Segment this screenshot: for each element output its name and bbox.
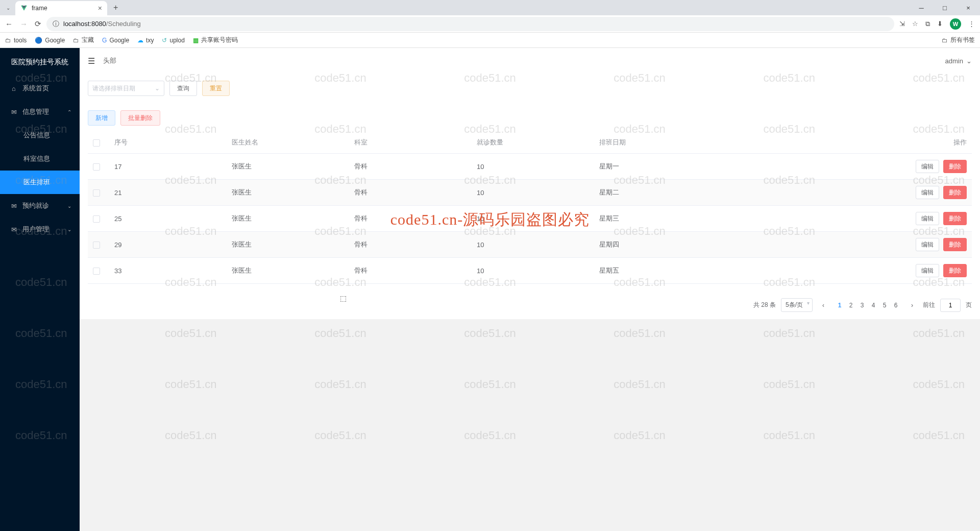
back-button[interactable]: ←: [5, 19, 13, 28]
google-icon: 🔵: [35, 37, 42, 44]
bookmark-share[interactable]: ▦共享账号密码: [193, 36, 238, 44]
cloud-icon: ☁: [137, 37, 143, 44]
reload-button[interactable]: ⟳: [35, 19, 41, 29]
url-path: /Scheduling: [106, 20, 141, 28]
browser-tab-active[interactable]: frame ×: [15, 1, 107, 15]
extensions-icon[interactable]: ⧉: [925, 20, 930, 28]
close-icon[interactable]: ×: [98, 4, 102, 12]
bookmark-uplod[interactable]: ↺uplod: [162, 37, 184, 44]
tab-history-chevron[interactable]: ⌄: [4, 5, 12, 11]
google-g-icon: G: [102, 37, 107, 44]
close-window-button[interactable]: ×: [957, 0, 980, 15]
kebab-menu-icon[interactable]: ⋮: [968, 20, 975, 28]
browser-tab-strip: ⌄ frame × + ─ □ ×: [0, 0, 980, 15]
vue-icon: [20, 5, 28, 12]
address-bar: ← → ⟳ ⓘ localhost:8080/Scheduling ⇲ ☆ ⧉ …: [0, 15, 980, 33]
folder-icon: 🗀: [73, 37, 79, 44]
minimize-button[interactable]: ─: [910, 0, 933, 15]
bookmark-baozang[interactable]: 🗀宝藏: [73, 36, 94, 44]
site-info-icon[interactable]: ⓘ: [53, 19, 59, 29]
sheet-icon: ▦: [193, 37, 199, 44]
profile-avatar[interactable]: W: [950, 18, 961, 30]
new-tab-button[interactable]: +: [109, 3, 122, 12]
bookmark-txy[interactable]: ☁txy: [137, 37, 154, 44]
forward-button[interactable]: →: [20, 19, 28, 28]
folder-icon: 🗀: [942, 37, 948, 44]
install-app-icon[interactable]: ⇲: [899, 20, 905, 28]
tab-title: frame: [32, 5, 47, 12]
bookmarks-bar: 🗀tools 🔵Google 🗀宝藏 GGoogle ☁txy ↺uplod ▦…: [0, 33, 980, 48]
all-bookmarks[interactable]: 🗀所有书签: [942, 36, 975, 44]
bookmark-google2[interactable]: GGoogle: [102, 37, 129, 44]
upload-icon: ↺: [162, 37, 167, 44]
bookmark-google1[interactable]: 🔵Google: [35, 37, 65, 44]
folder-icon: 🗀: [5, 37, 11, 44]
maximize-button[interactable]: □: [933, 0, 957, 15]
downloads-icon[interactable]: ⬇: [937, 20, 943, 28]
url-host: localhost:8080: [63, 20, 106, 28]
url-input[interactable]: ⓘ localhost:8080/Scheduling: [46, 17, 894, 31]
bookmark-icon[interactable]: ☆: [912, 20, 918, 28]
bookmark-tools[interactable]: 🗀tools: [5, 37, 27, 44]
